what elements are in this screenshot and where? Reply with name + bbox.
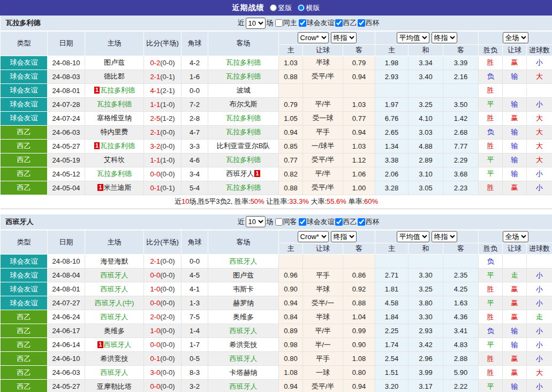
fulltime-score: 2-1 [150, 73, 160, 81]
horizontal-radio[interactable] [298, 4, 305, 11]
match-row: 球会友谊24-08-10图卢兹0-2(0-0)4-2瓦拉多利德1.03半球0.7… [1, 56, 552, 70]
result-cell: 负 [479, 70, 503, 83]
handicap-cell [303, 255, 343, 268]
competition-filter-checkbox[interactable] [299, 218, 306, 226]
competition-filter-checkbox[interactable] [299, 19, 306, 27]
sub-header-handicap: 让球 [303, 44, 343, 56]
odds-source-group: Crow*终指 [279, 230, 375, 243]
competition-filter-checkbox[interactable] [358, 19, 365, 27]
team-name: 瓦拉多利德 [6, 18, 41, 28]
halftime-score: (0-1) [160, 184, 175, 192]
fulltime-score: 0-2 [150, 59, 160, 67]
avg-source-select[interactable]: 平均值 [397, 231, 429, 242]
avg-draw-cell: 3.30 [409, 310, 443, 324]
odds-source-select[interactable]: Crow* [298, 32, 329, 43]
result-cell: 平 [479, 338, 503, 352]
goals-result-cell: 小 [527, 97, 552, 111]
competition-filter-option[interactable]: 西杯 [357, 217, 380, 227]
match-type-cell: 球会友谊 [1, 268, 48, 282]
away-team-cell: 西班牙人 [208, 324, 279, 338]
col-header-date: 日期 [48, 31, 85, 56]
competition-filter-option[interactable]: 西杯 [357, 18, 380, 28]
halftime-score: (0-0) [160, 128, 175, 136]
home-team-name: 瓦拉多利德 [97, 100, 132, 108]
games-label: 场 [267, 217, 274, 227]
away-team-name: 西班牙人 [230, 382, 258, 390]
home-team-cell: 德比郡 [85, 70, 144, 83]
avg-home-cell: 1.84 [375, 310, 409, 324]
avg-source-select[interactable]: 平均值 [397, 32, 429, 43]
home-odds-cell: 1.08 [279, 366, 303, 380]
competition-filter-option[interactable]: 球会友谊 [298, 217, 335, 227]
rank-badge: 1 [254, 170, 260, 177]
home-odds-cell: 1.05 [279, 111, 303, 125]
same-venue-checkbox-0[interactable] [275, 19, 283, 27]
col-header-score: 比分(半场) [144, 31, 182, 56]
odds-source-select[interactable]: Crow* [298, 231, 329, 242]
handicap-cell: 平手 [303, 125, 343, 139]
recent-count-select[interactable]: 10 [246, 216, 266, 227]
home-team-cell: 海登海默 [85, 255, 144, 268]
home-odds-cell: 0.94 [279, 296, 303, 310]
same-venue-label: 同客 [283, 217, 297, 227]
scope-select[interactable]: 全场 [503, 32, 528, 43]
recent-count-select[interactable]: 10 [246, 18, 266, 29]
same-venue-checkbox-1[interactable] [275, 218, 283, 226]
halftime-score: (0-0) [160, 285, 175, 293]
away-team-cell: 西班牙人 [208, 255, 279, 268]
home-team-cell: 奥维多 [85, 324, 144, 338]
avg-away-cell: 2.16 [443, 70, 479, 83]
odds-stage-select[interactable]: 终指 [331, 231, 357, 242]
filter-options-1: 球会友谊西乙西杯 [298, 217, 380, 227]
match-row: 西乙24-05-19艾科坎1-1(1-0)4-6瓦拉多利德0.77受平/半1.1… [1, 153, 552, 167]
competition-filter-option[interactable]: 西乙 [335, 18, 357, 28]
competition-filter-option[interactable]: 西乙 [335, 217, 357, 227]
handicap-cell: 半球 [303, 310, 343, 324]
fulltime-score: 2-0 [150, 313, 160, 321]
team-results-table-0: 瓦拉多利德 近 10 场 同主 球会友谊西乙西杯 类型 日期 主场 比分(半场)… [0, 16, 552, 209]
vertical-radio[interactable] [270, 4, 277, 11]
avg-away-cell: 2.23 [443, 181, 479, 195]
home-odds-cell: 0.80 [279, 352, 303, 366]
avg-stage-select[interactable]: 终指 [432, 32, 457, 43]
home-team-name: 德比郡 [104, 72, 125, 80]
home-team-name: 西班牙人 [104, 341, 132, 349]
halftime-score: (0-1) [160, 73, 175, 81]
same-venue-option[interactable]: 同主 [275, 18, 297, 28]
match-type-cell: 球会友谊 [1, 70, 48, 83]
sub-header-avg-away: 客 [443, 243, 479, 255]
competition-filter-checkbox[interactable] [358, 218, 365, 226]
same-venue-option[interactable]: 同客 [275, 217, 297, 227]
fulltime-score: 1-0 [150, 327, 160, 335]
rank-badge: 1 [97, 341, 103, 348]
col-header-type: 类型 [1, 31, 48, 56]
summary-text: 让胜率: [264, 197, 289, 205]
competition-filter-option[interactable]: 球会友谊 [298, 18, 335, 28]
home-team-cell: 1米兰迪斯 [85, 181, 144, 195]
away-odds-cell: 1.03 [343, 97, 375, 111]
avg-stage-select[interactable]: 终指 [432, 231, 457, 242]
layout-horizontal-option[interactable]: 横版 [298, 3, 320, 13]
odds-source-group: Crow*终指 [279, 31, 375, 44]
competition-filter-checkbox[interactable] [335, 218, 343, 226]
match-date-cell: 24-08-03 [48, 70, 85, 83]
scope-select[interactable]: 全场 [503, 231, 528, 242]
score-cell: 3-0(0-0) [144, 366, 182, 380]
layout-vertical-option[interactable]: 竖版 [270, 3, 292, 13]
near-label: 近 [238, 18, 245, 28]
avg-home-cell [375, 83, 409, 97]
odds-stage-select[interactable]: 终指 [331, 32, 357, 43]
avg-away-cell: 4.25 [443, 282, 479, 296]
handicap-cell: 一/球半 [303, 139, 343, 153]
away-team-cell: 卡塔赫纳 [208, 366, 279, 380]
avg-away-cell: 3.41 [443, 324, 479, 338]
away-team-cell: 瓦拉多利德 [208, 56, 279, 70]
home-team-name: 亚摩勒比塔 [97, 382, 132, 390]
sub-header-avg-draw: 和 [409, 44, 443, 56]
goals-result-cell [527, 83, 552, 97]
away-team-name: 西班牙人 [230, 257, 258, 265]
competition-filter-checkbox[interactable] [335, 19, 343, 27]
avg-draw-cell: 3.40 [409, 70, 443, 83]
avg-home-cell: 2.71 [375, 268, 409, 282]
avg-odds-group: 平均值终指 [375, 230, 479, 243]
